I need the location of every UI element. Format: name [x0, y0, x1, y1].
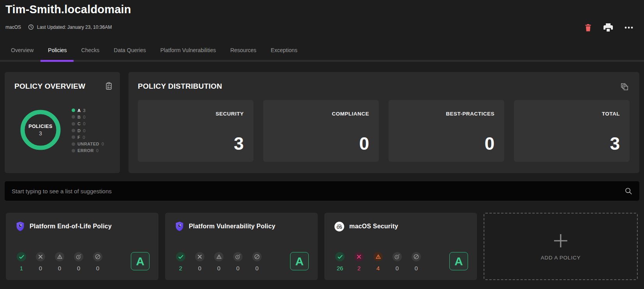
- slash-circle-icon: [252, 252, 262, 261]
- policy-stats: 2 0 0 zz 0 0: [176, 252, 262, 271]
- x-icon: [354, 252, 364, 261]
- donut-label: POLICIES: [28, 124, 53, 129]
- tab-overview[interactable]: Overview: [11, 47, 33, 53]
- legend-dot: [72, 135, 75, 139]
- policy-name: Platform Vulnerability Policy: [189, 223, 275, 230]
- legend-item-b: B0: [72, 114, 104, 120]
- tab-checks[interactable]: Checks: [81, 47, 100, 53]
- slash-circle-icon: [93, 252, 102, 261]
- x-icon: [36, 252, 45, 261]
- device-detail-page: Tim-Smith.localdomain macOS Last Updated…: [0, 0, 644, 289]
- stat-exempt: 0: [412, 252, 421, 271]
- search-icon[interactable]: [625, 187, 632, 195]
- policy-search: [5, 181, 639, 201]
- warning-triangle-icon: [214, 252, 223, 261]
- grade-legend: A3 B0 C0 D0 F0 UNRATED0 ERROR0: [72, 107, 104, 154]
- policy-card-platform-eol[interactable]: Platform End-of-Life Policy 1 0 0 zz 0: [6, 213, 158, 280]
- stat-security: SECURITY 3: [138, 100, 253, 162]
- policy-name: macOS Security: [349, 223, 398, 230]
- stat-total: TOTAL 3: [514, 100, 630, 162]
- stat-failing: 0: [195, 252, 204, 271]
- warning-triangle-icon: [373, 252, 383, 261]
- policy-overview-title: POLICY OVERVIEW: [14, 82, 85, 91]
- print-button[interactable]: [603, 23, 614, 33]
- policy-name: Platform End-of-Life Policy: [30, 223, 112, 230]
- svg-text:z: z: [399, 254, 400, 256]
- legend-dot: [72, 142, 75, 146]
- tab-policies[interactable]: Policies: [48, 47, 67, 53]
- stat-exempt: 0: [252, 252, 262, 271]
- shield-policy-icon: [175, 221, 184, 231]
- legend-item-c: C0: [72, 121, 104, 127]
- legend-item-f: F0: [72, 134, 104, 140]
- summary-row: POLICY OVERVIEW POLI: [5, 72, 639, 173]
- policy-distribution-title: POLICY DISTRIBUTION: [138, 82, 222, 91]
- slash-circle-icon: [412, 252, 421, 261]
- policies-donut-chart: POLICIES 3: [20, 110, 61, 150]
- policy-card-platform-vulnerability[interactable]: Platform Vulnerability Policy 2 0 0 zz 0: [165, 213, 318, 280]
- legend-dot: [72, 149, 75, 152]
- tab-resources[interactable]: Resources: [230, 47, 256, 53]
- add-policy-label: ADD A POLICY: [541, 255, 581, 261]
- plus-icon: [553, 233, 569, 249]
- stat-passing: 1: [17, 252, 26, 271]
- policy-distribution-card: POLICY DISTRIBUTION SECURITY 3 COMPLIANC…: [128, 72, 639, 173]
- tab-data-queries[interactable]: Data Queries: [114, 47, 146, 53]
- tab-bar-track: [0, 60, 644, 62]
- policy-card-row: Platform End-of-Life Policy 1 0 0 zz 0: [6, 213, 638, 280]
- legend-item-d: D0: [72, 127, 104, 134]
- stat-failing: 0: [36, 252, 45, 271]
- shield-policy-icon: [16, 221, 25, 231]
- add-policy-button[interactable]: ADD A POLICY: [484, 213, 638, 280]
- legend-item-a: A3: [72, 107, 104, 114]
- stat-snoozed: zz 0: [74, 252, 83, 271]
- stat-passing: 2: [176, 252, 185, 271]
- svg-text:z: z: [240, 254, 241, 256]
- stat-snoozed: zz 0: [392, 252, 402, 271]
- donut-value: 3: [39, 130, 42, 137]
- more-actions-button[interactable]: [624, 26, 634, 30]
- stat-best-practices: BEST-PRACTICES 0: [389, 100, 504, 162]
- check-icon: [17, 252, 26, 261]
- snooze-clock-icon: zz: [392, 252, 402, 261]
- clock-icon: [28, 24, 34, 30]
- grade-badge: A: [131, 252, 150, 270]
- snooze-clock-icon: zz: [233, 252, 243, 261]
- device-meta: macOS Last Updated: January 23, 10:36AM: [5, 24, 112, 30]
- legend-dot: [72, 109, 75, 112]
- search-input[interactable]: [12, 188, 625, 194]
- delete-device-button[interactable]: [584, 23, 593, 33]
- distribution-stats: SECURITY 3 COMPLIANCE 0 BEST-PRACTICES 0…: [138, 100, 630, 162]
- policy-overview-card: POLICY OVERVIEW POLI: [5, 72, 120, 173]
- tab-exceptions[interactable]: Exceptions: [271, 47, 297, 53]
- legend-dot: [72, 115, 75, 119]
- grade-badge: A: [290, 252, 309, 270]
- copy-icon[interactable]: [621, 83, 628, 91]
- stat-passing: 26: [335, 252, 345, 271]
- tab-platform-vulnerabilities[interactable]: Platform Vulnerabilities: [160, 47, 216, 53]
- platform-label: macOS: [5, 25, 21, 30]
- policy-card-macos-security[interactable]: macOS macOS Security 26 2 4 zz 0: [324, 213, 477, 280]
- tab-bar: Overview Policies Checks Data Queries Pl…: [11, 47, 297, 53]
- policy-stats: 26 2 4 zz 0 0: [335, 252, 421, 271]
- stat-snoozed: zz 0: [233, 252, 243, 271]
- snooze-clock-icon: zz: [74, 252, 83, 261]
- page-title: Tim-Smith.localdomain: [5, 3, 131, 16]
- stat-compliance: COMPLIANCE 0: [263, 100, 379, 162]
- x-icon: [195, 252, 204, 261]
- warning-triangle-icon: [55, 252, 64, 261]
- policy-stats: 1 0 0 zz 0 0: [17, 252, 102, 271]
- check-icon: [335, 252, 345, 261]
- legend-item-error: ERROR0: [72, 147, 104, 154]
- svg-text:z: z: [81, 254, 81, 256]
- stat-exempt: 0: [93, 252, 102, 271]
- check-icon: [176, 252, 185, 261]
- header-actions: [584, 23, 634, 33]
- stat-failing: 2: [354, 252, 364, 271]
- stat-warning: 0: [55, 252, 64, 271]
- last-updated-label: Last Updated: January 23, 10:36AM: [37, 25, 112, 30]
- macos-icon: macOS: [334, 222, 344, 231]
- legend-dot: [72, 122, 75, 126]
- legend-item-unrated: UNRATED0: [72, 140, 104, 147]
- legend-dot: [72, 129, 75, 132]
